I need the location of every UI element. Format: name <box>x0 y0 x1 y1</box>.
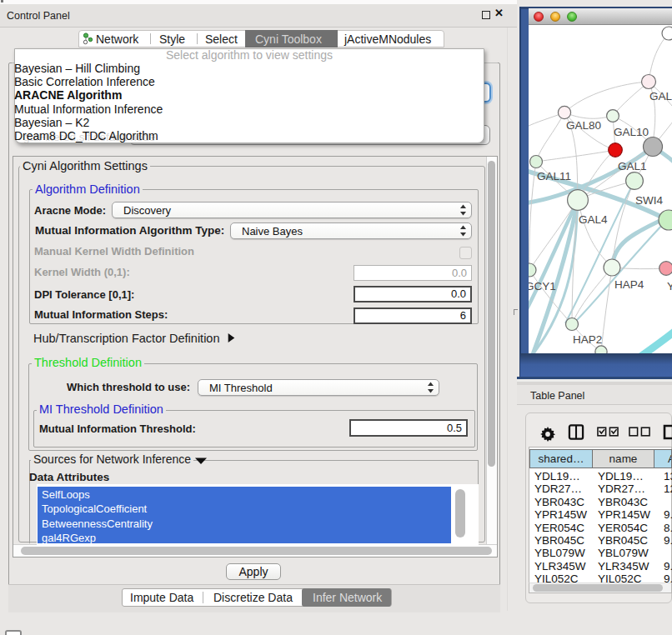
svg-text:Y: Y <box>667 280 672 292</box>
svg-text:HAP2: HAP2 <box>573 333 602 346</box>
svg-text:SWI4: SWI4 <box>635 194 663 207</box>
svg-text:GCY1: GCY1 <box>529 280 556 292</box>
svg-text:GAL11: GAL11 <box>537 170 571 182</box>
svg-text:GAL4: GAL4 <box>579 213 608 226</box>
svg-text:GAL7: GAL7 <box>649 90 672 102</box>
svg-text:GAL80: GAL80 <box>566 119 601 132</box>
svg-text:HAP4: HAP4 <box>614 278 644 291</box>
svg-text:GAL1: GAL1 <box>618 160 647 172</box>
svg-text:GAL10: GAL10 <box>614 126 649 138</box>
